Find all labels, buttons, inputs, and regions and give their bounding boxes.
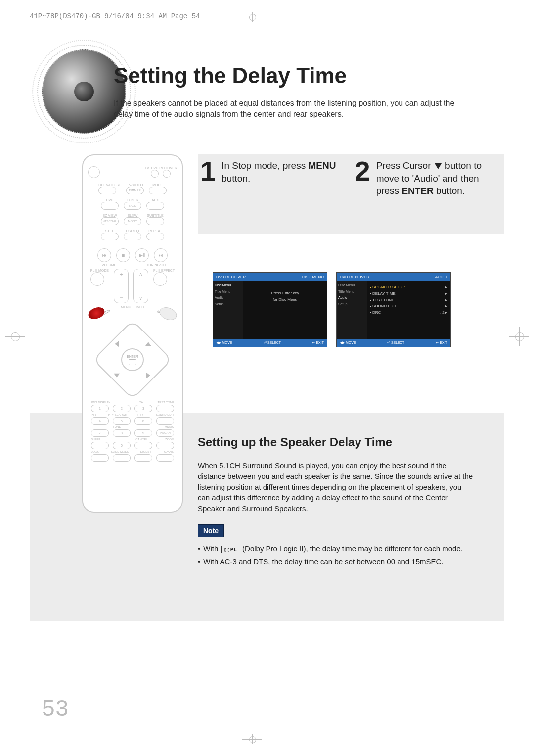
remote-label-dvd: DVD RECEIVER [151,166,177,170]
remote-label-mode: MODE [149,183,167,187]
osd1-topleft: DVD RECEIVER [216,275,246,279]
step-2-text: Press Cursor button to move to 'Audio' a… [376,157,499,197]
remote-illustration: TV DVD RECEIVER OPEN/CLOSE TV/VIDEO DIMM… [82,154,183,513]
remote-label-tvvideo: TV/VIDEO [126,183,144,187]
remote-label-tuner: TUNER [124,198,141,202]
crop-mark-right [509,327,529,346]
note-item-2-text: With AC-3 and DTS, the delay time can be… [203,557,443,566]
print-header: 41P~78P(DS470)-GB 9/16/04 9:34 AM Page 5… [30,12,504,20]
remote-label-slow: SLOW [124,214,141,217]
osd2-btm-select: SELECT [391,341,404,344]
kp-lbl: MUSIC [165,425,174,428]
kp-lbl: REMAIN [163,450,174,453]
osd-screenshot-2: DVD RECEIVER AUDIO Disc MenuTitle MenuAu… [336,272,451,347]
kp-lbl: ZOOM [165,438,174,441]
note-chip: Note [198,524,224,537]
kp-lbl: LOGO [91,450,99,453]
osd-screenshot-1: DVD RECEIVER DISC MENU Disc MenuTitle Me… [213,272,327,347]
remote-label-tv: TV [145,166,149,170]
kp-lbl: CANCEL [135,438,147,441]
dolby-pl2-icon: ▯▯PL [221,546,239,553]
kp-lbl: RDS DISPLAY [91,401,110,404]
kp-lbl: TEST TONE [158,401,174,404]
remote-label-plmode: PL II MODE [90,269,109,272]
osd2-topleft: DVD RECEIVER [340,275,369,279]
remote-label-enter: ENTER [127,355,138,358]
remote-label-ntscpal: NTSC/PAL [101,217,119,225]
speaker-icon [42,49,126,134]
kp-lbl: SLEEP [91,438,100,441]
remote-label-most: MO/ST [124,217,141,225]
remote-label-tuningch: TUNING/CH [135,263,177,267]
step-1-text: In Stop mode, press MENU button. [222,157,345,197]
osd1-btm-exit: EXIT [316,341,324,344]
remote-label-pleff: PL II EFFECT [153,269,175,272]
kp-lbl: SLIDE MODE [111,450,129,453]
kp-lbl: DIGEST [140,450,151,453]
remote-label-dimmer: DIMMER [126,187,144,194]
kp-lbl: TUNE [113,425,121,428]
kp-lbl: P.SCAN [156,429,174,437]
page-title: Setting the Delay Time [114,63,347,88]
remote-label-dspeq: DSP/EQ [124,229,141,233]
osd1-btm-move: MOVE [222,341,232,344]
kp-lbl: TA [139,401,143,404]
note-box: Note [198,524,224,537]
sub-body: When 5.1CH Surround Sound is played, you… [198,460,475,514]
step-1-number: 1 [200,157,216,197]
remote-label-openclose: OPEN/CLOSE [98,183,121,187]
intro-text: If the speakers cannot be placed at equa… [114,98,475,120]
osd2-btm-exit: EXIT [440,341,447,344]
osd1-topright: DISC MENU [302,275,324,279]
remote-label-band: BAND [124,202,141,210]
crop-mark-bottom [242,734,262,744]
kp-lbl: PTY+ [137,413,145,416]
kp-lbl: PTY SEARCH [108,413,127,416]
remote-label-aux: AUX [146,198,164,202]
step-2: 2 Press Cursor button to move to 'Audio'… [355,157,500,197]
remote-label-subtitle: SUBTITLE [146,214,164,217]
remote-label-ezview: EZ VIEW [101,214,119,217]
kp-lbl: PTY- [91,413,97,416]
subheading: Setting up the Speaker Delay Time [198,435,392,449]
note-item-2: • With AC-3 and DTS, the delay time can … [198,557,485,566]
note-list: • With ▯▯PL (Dolby Pro Logic II), the de… [198,544,485,569]
crop-mark-left [5,327,25,346]
kp-lbl: SOUND EDIT [156,413,174,416]
osd2-btm-move: MOVE [346,341,356,344]
osd1-btm-select: SELECT [267,341,281,344]
remote-label-repeat: REPEAT [146,229,164,233]
osd2-topright: AUDIO [435,275,447,279]
remote-label-volume: VOLUME [88,263,130,267]
remote-label-step: STEP [101,229,119,233]
step-2-number: 2 [355,157,370,197]
page-number: 53 [42,695,69,721]
step-1: 1 In Stop mode, press MENU button. [200,157,345,197]
note-item-1: • With ▯▯PL (Dolby Pro Logic II), the de… [198,544,485,553]
crop-mark-top [242,12,262,22]
remote-label-dvdl: DVD [101,198,119,202]
